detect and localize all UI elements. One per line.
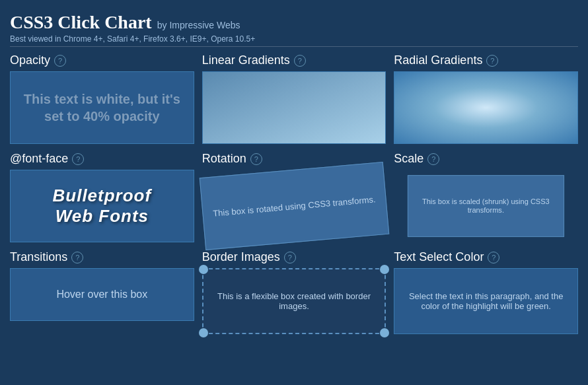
scale-help-badge[interactable]: ? [427, 153, 439, 165]
text-select-demo-text: Select the text in this paragraph, and t… [401, 291, 571, 311]
cell-text-select-color: Text Select Color ? Select the text in t… [394, 250, 578, 334]
opacity-help-badge[interactable]: ? [54, 55, 66, 67]
cell-border-images-title: Border Images [202, 250, 280, 264]
cell-opacity-title: Opacity [10, 53, 50, 67]
demo-grid: Opacity ? This text is white, but it's s… [10, 53, 578, 334]
cell-scale: Scale ? This box is scaled (shrunk) usin… [394, 152, 578, 242]
cell-font-face-title: @font-face [10, 152, 68, 166]
transitions-demo[interactable]: Hover over this box [10, 268, 194, 321]
cell-radial-gradients-header: Radial Gradients ? [394, 53, 578, 67]
linear-gradient-demo [202, 71, 386, 144]
cell-linear-gradients: Linear Gradients ? [202, 53, 386, 144]
cell-rotation: Rotation ? This box is rotated using CSS… [202, 152, 386, 242]
rotation-help-badge[interactable]: ? [250, 153, 262, 165]
cell-radial-gradients: Radial Gradients ? [394, 53, 578, 144]
corner-dot-tr [380, 265, 389, 274]
page-byline: by Impressive Webs [157, 20, 240, 30]
page-title: CSS3 Click Chart [10, 12, 152, 33]
cell-transitions-header: Transitions ? [10, 250, 194, 264]
cell-scale-title: Scale [394, 152, 423, 166]
text-select-help-badge[interactable]: ? [488, 252, 499, 263]
cell-transitions-title: Transitions [10, 250, 67, 264]
cell-transitions: Transitions ? Hover over this box [10, 250, 194, 334]
linear-gradients-help-badge[interactable]: ? [294, 55, 306, 67]
opacity-demo-text: This text is white, but it's set to 40% … [17, 90, 187, 125]
cell-opacity-header: Opacity ? [10, 53, 194, 67]
opacity-demo: This text is white, but it's set to 40% … [10, 71, 194, 144]
page-subtext: Best viewed in Chrome 4+, Safari 4+, Fir… [10, 34, 578, 44]
cell-text-select-header: Text Select Color ? [394, 250, 578, 264]
cell-border-images-header: Border Images ? [202, 250, 386, 264]
radial-gradients-help-badge[interactable]: ? [486, 55, 498, 67]
font-face-help-badge[interactable]: ? [72, 153, 84, 165]
transitions-help-badge[interactable]: ? [71, 252, 83, 263]
cell-font-face: @font-face ? BulletproofWeb Fonts [10, 152, 194, 242]
cell-scale-header: Scale ? [394, 152, 578, 166]
border-images-demo: This is a flexible box created with bord… [202, 268, 386, 334]
page-header: CSS3 Click Chart by Impressive Webs Best… [10, 7, 578, 47]
page-title-row: CSS3 Click Chart by Impressive Webs [10, 12, 578, 33]
text-select-demo[interactable]: Select the text in this paragraph, and t… [394, 268, 578, 334]
scale-demo-wrapper: This box is scaled (shrunk) using CSS3 t… [394, 170, 578, 242]
cell-opacity: Opacity ? This text is white, but it's s… [10, 53, 194, 144]
font-face-demo-text: BulletproofWeb Fonts [53, 186, 152, 227]
cell-linear-gradients-title: Linear Gradients [202, 53, 290, 67]
scale-demo: This box is scaled (shrunk) using CSS3 t… [408, 175, 564, 237]
border-images-help-badge[interactable]: ? [284, 252, 296, 263]
corner-dot-br [380, 328, 389, 337]
rotation-demo-wrapper: This box is rotated using CSS3 transform… [202, 170, 386, 242]
font-face-demo: BulletproofWeb Fonts [10, 170, 194, 242]
cell-text-select-title: Text Select Color [394, 250, 484, 264]
cell-border-images: Border Images ? This is a flexible box c… [202, 250, 386, 334]
cell-rotation-title: Rotation [202, 152, 246, 166]
corner-dot-tl [199, 265, 208, 274]
radial-gradient-demo [394, 71, 578, 144]
rotation-demo: This box is rotated using CSS3 transform… [199, 162, 388, 250]
cell-font-face-header: @font-face ? [10, 152, 194, 166]
cell-radial-gradients-title: Radial Gradients [394, 53, 482, 67]
cell-linear-gradients-header: Linear Gradients ? [202, 53, 386, 67]
corner-dot-bl [199, 328, 208, 337]
border-images-demo-text: This is a flexible box created with bord… [213, 291, 376, 311]
